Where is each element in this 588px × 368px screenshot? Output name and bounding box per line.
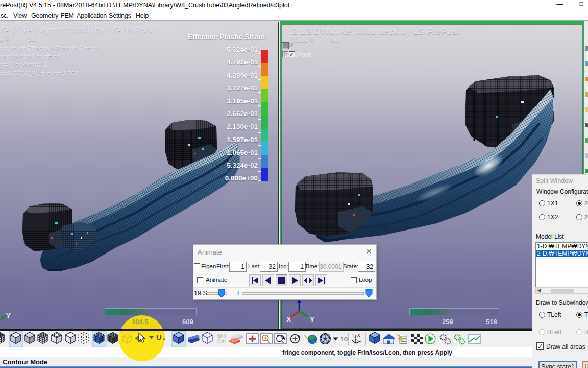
svg-text:*: * bbox=[163, 336, 165, 344]
svg-text:X: X bbox=[286, 315, 291, 324]
svg-text:Ctrl: Ctrl bbox=[217, 339, 226, 344]
svg-text:U: U bbox=[156, 333, 162, 341]
svg-text:10: 10 bbox=[340, 336, 348, 343]
svg-text:Y: Y bbox=[310, 315, 315, 324]
svg-text:x: x bbox=[357, 332, 360, 338]
svg-text:Shft: Shft bbox=[217, 333, 226, 339]
